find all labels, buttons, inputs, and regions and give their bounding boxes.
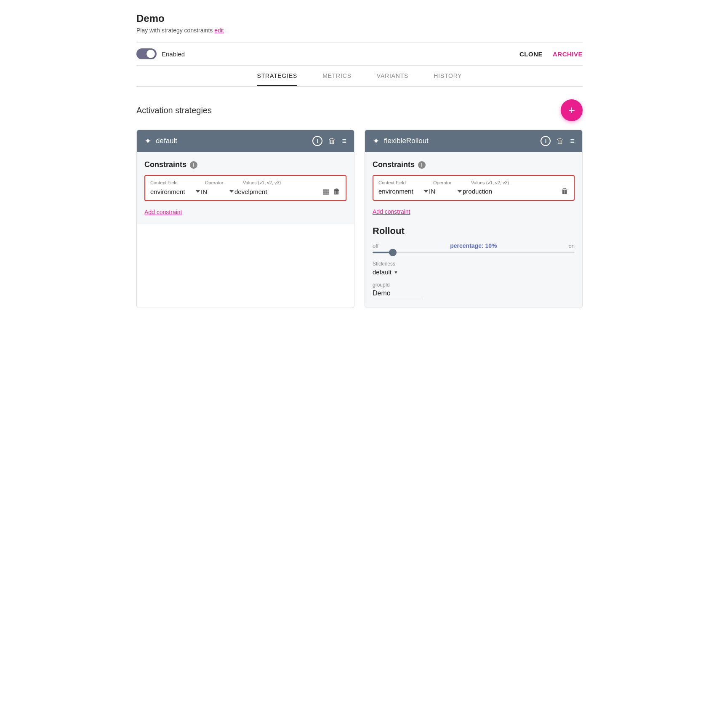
page-subtitle: Play with strategy constraints edit (136, 27, 583, 34)
slider-thumb[interactable] (389, 249, 397, 256)
groupid-section: groupId Demo (373, 282, 575, 299)
operator-select-flexible[interactable]: IN (429, 188, 463, 195)
info-icon-flexible[interactable]: i (541, 136, 551, 146)
strategy-card-body-flexible: Constraints i Context Field Operator Val… (365, 152, 582, 308)
enabled-toggle[interactable] (136, 48, 157, 59)
trash-icon-flexible[interactable]: 🗑 (557, 137, 564, 146)
context-field-label-default: Context Field (150, 180, 205, 185)
context-field-label-flexible: Context Field (378, 180, 433, 185)
clone-button[interactable]: CLONE (519, 50, 543, 58)
enabled-label: Enabled (162, 50, 185, 58)
stickiness-select[interactable]: default (373, 268, 392, 276)
tab-variants[interactable]: VARIANTS (377, 72, 408, 86)
constraint-row-default: Context Field Operator Values (v1, v2, v… (144, 175, 346, 201)
puzzle-icon: ✦ (144, 136, 152, 146)
strategy-card-header-default: ✦ default i 🗑 ≡ (137, 130, 354, 152)
strategy-name-flexible: flexibleRollout (384, 137, 429, 145)
slider-track[interactable] (373, 252, 575, 253)
archive-button[interactable]: ARCHIVE (553, 50, 583, 58)
constraint-labels-flexible: Context Field Operator Values (v1, v2, v… (378, 180, 569, 185)
context-field-select-flexible[interactable]: environment (378, 188, 429, 195)
strategy-actions-flexible: i 🗑 ≡ (541, 136, 575, 146)
stickiness-section: Stickiness default ▼ (373, 261, 575, 276)
constraints-title-flexible: Constraints i (373, 160, 575, 169)
stickiness-label: Stickiness (373, 261, 575, 267)
slider-off-label: off (373, 243, 378, 249)
slider-percentage-label: percentage: 10% (450, 242, 497, 249)
strategy-name-default: default (156, 137, 177, 145)
constraint-fields-flexible: environment IN 🗑 (378, 187, 569, 196)
menu-icon-default[interactable]: ≡ (342, 137, 346, 146)
values-label-flexible: Values (v1, v2, v3) (471, 180, 569, 185)
trash-icon-default[interactable]: 🗑 (328, 137, 336, 146)
strategy-card-header-flexible: ✦ flexibleRollout i 🗑 ≡ (365, 130, 582, 152)
toggle-section: Enabled (136, 48, 185, 59)
stickiness-select-wrapper: default ▼ (373, 268, 398, 276)
list-icon-default[interactable]: ▦ (322, 187, 330, 196)
tabs: STRATEGIES METRICS VARIANTS HISTORY (136, 66, 583, 87)
constraint-icons-flexible: 🗑 (561, 187, 569, 196)
tab-history[interactable]: HISTORY (434, 72, 462, 86)
rollout-section: Rollout off percentage: 10% on (373, 226, 575, 299)
strategies-grid: ✦ default i 🗑 ≡ Constraints i Context Fi… (136, 130, 583, 308)
action-buttons: CLONE ARCHIVE (519, 50, 583, 58)
add-strategy-button[interactable]: + (561, 99, 583, 121)
slider-on-label: on (569, 243, 575, 249)
stickiness-arrow-icon: ▼ (394, 270, 398, 275)
menu-icon-flexible[interactable]: ≡ (570, 137, 575, 146)
delete-constraint-default[interactable]: 🗑 (333, 187, 341, 196)
constraint-labels-default: Context Field Operator Values (v1, v2, v… (150, 180, 341, 185)
section-title: Activation strategies (136, 106, 212, 115)
context-field-select-default[interactable]: environment (150, 188, 201, 195)
values-label-default: Values (v1, v2, v3) (243, 180, 341, 185)
rollout-title: Rollout (373, 226, 575, 236)
info-icon-default[interactable]: i (312, 136, 322, 146)
constraints-info-icon-flexible[interactable]: i (418, 161, 426, 169)
groupid-label: groupId (373, 282, 575, 288)
section-header: Activation strategies + (136, 99, 583, 121)
groupid-value: Demo (373, 290, 423, 299)
puzzle-icon-flexible: ✦ (373, 136, 380, 146)
edit-link[interactable]: edit (214, 27, 224, 34)
strategy-name-area-flexible: ✦ flexibleRollout (373, 136, 429, 146)
strategy-card-default: ✦ default i 🗑 ≡ Constraints i Context Fi… (136, 130, 354, 308)
top-bar: Enabled CLONE ARCHIVE (136, 42, 583, 66)
values-input-flexible[interactable] (463, 188, 559, 195)
add-constraint-link-flexible[interactable]: Add constraint (373, 208, 410, 215)
toggle-knob (146, 50, 155, 58)
slider-area: off percentage: 10% on (373, 242, 575, 253)
delete-constraint-flexible[interactable]: 🗑 (561, 187, 569, 196)
tab-metrics[interactable]: METRICS (322, 72, 352, 86)
page-title: Demo (136, 13, 583, 24)
strategy-actions-default: i 🗑 ≡ (312, 136, 346, 146)
constraint-row-flexible: Context Field Operator Values (v1, v2, v… (373, 175, 575, 201)
strategy-name-area: ✦ default (144, 136, 177, 146)
operator-label-default: Operator (205, 180, 243, 185)
values-input-default[interactable] (234, 188, 320, 195)
constraints-info-icon-default[interactable]: i (190, 161, 197, 169)
constraint-icons-default: ▦ 🗑 (322, 187, 341, 196)
slider-labels: off percentage: 10% on (373, 242, 575, 249)
strategy-card-body-default: Constraints i Context Field Operator Val… (137, 152, 354, 224)
operator-select-default[interactable]: IN (201, 188, 234, 195)
operator-label-flexible: Operator (433, 180, 471, 185)
constraint-fields-default: environment IN ▦ 🗑 (150, 187, 341, 196)
tab-strategies[interactable]: STRATEGIES (257, 72, 298, 86)
strategy-card-flexible: ✦ flexibleRollout i 🗑 ≡ Constraints i Co… (365, 130, 583, 308)
constraints-title-default: Constraints i (144, 160, 346, 169)
add-constraint-link-default[interactable]: Add constraint (144, 209, 182, 215)
